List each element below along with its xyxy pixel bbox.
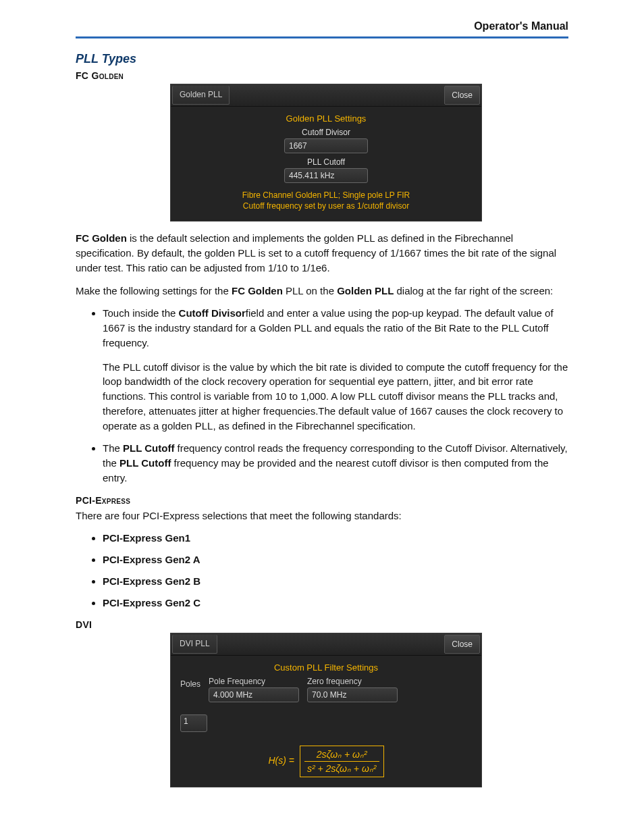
pll-cutoff-input[interactable]: 445.411 kHz	[284, 168, 368, 183]
poles-input[interactable]: 1	[180, 714, 207, 732]
pci-item-2: PCI-Express Gen2 A	[103, 552, 568, 567]
transfer-function-formula: H(s) = 2sζωₙ + ωₙ² s² + 2sζωₙ + ωₙ²	[180, 746, 472, 777]
golden-pll-settings-title: Golden PLL Settings	[180, 113, 472, 124]
heading-pci-express: PCI-Express	[76, 495, 568, 506]
golden-pll-desc-2: Cutoff frequency set by user as 1/cutoff…	[180, 201, 472, 211]
fc-bullet-2: The PLL Cutoff frequency control reads t…	[103, 441, 568, 485]
pci-item-3: PCI-Express Gen2 B	[103, 574, 568, 589]
fc-bullet-1-para2: The PLL cutoff divisor is the value by w…	[103, 360, 568, 434]
pci-item-4: PCI-Express Gen2 C	[103, 596, 568, 610]
fc-golden-settings-sentence: Make the following settings for the FC G…	[76, 284, 568, 298]
pci-intro: There are four PCI-Express selections th…	[76, 509, 568, 523]
close-button[interactable]: Close	[444, 86, 480, 105]
zero-freq-label: Zero frequency	[307, 677, 398, 686]
dvi-settings-title: Custom PLL Filter Settings	[180, 662, 472, 673]
dvi-pll-tab[interactable]: DVI PLL	[172, 635, 217, 654]
golden-pll-tab[interactable]: Golden PLL	[172, 86, 230, 105]
pole-freq-label: Pole Frequency	[209, 677, 299, 686]
golden-pll-dialog: Golden PLL Close Golden PLL Settings Cut…	[170, 84, 482, 221]
cutoff-divisor-input[interactable]: 1667	[284, 138, 368, 153]
fc-golden-intro: FC Golden is the default selection and i…	[76, 231, 568, 275]
heading-dvi: DVI	[76, 619, 568, 630]
pll-cutoff-label: PLL Cutoff	[180, 157, 472, 167]
close-button[interactable]: Close	[444, 635, 480, 654]
section-title-pll-types: PLL Types	[76, 52, 568, 66]
poles-label: Poles	[180, 677, 200, 689]
header-manual-title: Operator's Manual	[76, 20, 568, 38]
fc-bullet-1: Touch inside the Cutoff Divisorfield and…	[103, 306, 568, 350]
pci-item-1: PCI-Express Gen1	[103, 531, 568, 546]
cutoff-divisor-label: Cutoff Divisor	[180, 128, 472, 137]
dvi-pll-dialog: DVI PLL Close Custom PLL Filter Settings…	[170, 633, 482, 787]
zero-freq-input[interactable]: 70.0 MHz	[307, 687, 398, 702]
heading-fc-golden: FC Golden	[76, 70, 568, 81]
golden-pll-desc-1: Fibre Channel Golden PLL; Single pole LP…	[180, 190, 472, 201]
pole-freq-input[interactable]: 4.000 MHz	[209, 687, 299, 702]
